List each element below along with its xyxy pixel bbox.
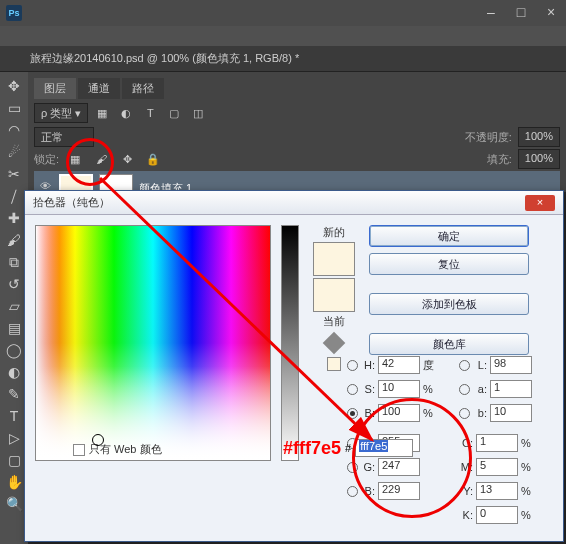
path-tool-icon[interactable]: ▷	[3, 428, 25, 448]
radio-g[interactable]	[347, 462, 358, 473]
opacity-label: 不透明度:	[465, 130, 512, 145]
color-lib-button[interactable]: 颜色库	[369, 333, 529, 355]
menubar	[0, 26, 566, 46]
lasso-tool-icon[interactable]: ◠	[3, 120, 25, 140]
lock-pos-icon[interactable]: ✥	[117, 149, 137, 169]
type-tool-icon[interactable]: T	[3, 406, 25, 426]
shape-tool-icon[interactable]: ▢	[3, 450, 25, 470]
s-input[interactable]: 10	[378, 380, 420, 398]
tab-channels[interactable]: 通道	[78, 78, 120, 99]
crop-tool-icon[interactable]: ✂	[3, 164, 25, 184]
filter-shape-icon[interactable]: ▢	[164, 103, 184, 123]
annotation-hex: #fff7e5	[283, 438, 341, 459]
webonly-checkbox[interactable]	[73, 444, 85, 456]
close-button[interactable]: ×	[536, 3, 566, 23]
app-titlebar: Ps – □ ×	[0, 0, 566, 26]
filter-type-icon[interactable]: T	[140, 103, 160, 123]
dialog-close-button[interactable]: ×	[525, 195, 555, 211]
filter-smart-icon[interactable]: ◫	[188, 103, 208, 123]
m-input[interactable]: 5	[476, 458, 518, 476]
l-input[interactable]: 98	[490, 356, 532, 374]
eraser-tool-icon[interactable]: ▱	[3, 296, 25, 316]
radio-lab-b[interactable]	[459, 408, 470, 419]
zoom-tool-icon[interactable]: 🔍	[3, 494, 25, 514]
app-icon: Ps	[6, 5, 22, 21]
ok-button[interactable]: 确定	[369, 225, 529, 247]
color-picker-dialog: 拾色器（纯色） × 新的 当前 确定 复位 添加到色板 颜色库 H:42度	[24, 190, 564, 542]
history-brush-icon[interactable]: ↺	[3, 274, 25, 294]
blend-mode-select[interactable]: 正常	[34, 127, 94, 147]
gamut-warning-icon[interactable]	[323, 332, 346, 355]
new-color-label: 新的	[309, 225, 359, 240]
color-field[interactable]	[35, 225, 271, 461]
document-tab[interactable]: 旅程边缘20140610.psd @ 100% (颜色填充 1, RGB/8) …	[0, 46, 566, 72]
minimize-button[interactable]: –	[476, 3, 506, 23]
opacity-input[interactable]: 100%	[518, 127, 560, 147]
radio-bb[interactable]	[347, 486, 358, 497]
lock-pixel-icon[interactable]: 🖌	[91, 149, 111, 169]
lock-all-icon[interactable]: 🔒	[143, 149, 163, 169]
radio-h[interactable]	[347, 360, 358, 371]
hand-tool-icon[interactable]: ✋	[3, 472, 25, 492]
dialog-title: 拾色器（纯色）	[33, 195, 110, 210]
layers-panel: 图层 通道 路径 ρ 类型 ▾ ▦ ◐ T ▢ ◫ 正常 不透明度: 100%	[28, 72, 566, 192]
dialog-titlebar[interactable]: 拾色器（纯色） ×	[25, 191, 563, 215]
websafe-swatch[interactable]	[327, 357, 341, 371]
filter-adjust-icon[interactable]: ◐	[116, 103, 136, 123]
radio-b[interactable]	[347, 408, 358, 419]
tab-layers[interactable]: 图层	[34, 78, 76, 99]
color-cursor[interactable]	[92, 434, 104, 446]
bv-input[interactable]: 100	[378, 404, 420, 422]
lock-label: 锁定:	[34, 152, 59, 167]
current-color-label: 当前	[309, 314, 359, 329]
fill-input[interactable]: 100%	[518, 149, 560, 169]
maximize-button[interactable]: □	[506, 3, 536, 23]
new-color-swatch	[313, 242, 355, 276]
marquee-tool-icon[interactable]: ▭	[3, 98, 25, 118]
wand-tool-icon[interactable]: ☄	[3, 142, 25, 162]
radio-a[interactable]	[459, 384, 470, 395]
y-input[interactable]: 13	[476, 482, 518, 500]
hex-input[interactable]: fff7e5	[355, 439, 413, 457]
fill-label: 填充:	[487, 152, 512, 167]
blur-tool-icon[interactable]: ◯	[3, 340, 25, 360]
layer-kind-select[interactable]: ρ 类型 ▾	[34, 103, 88, 123]
cancel-button[interactable]: 复位	[369, 253, 529, 275]
lab-b-input[interactable]: 10	[490, 404, 532, 422]
add-swatch-button[interactable]: 添加到色板	[369, 293, 529, 315]
gradient-tool-icon[interactable]: ▤	[3, 318, 25, 338]
stamp-tool-icon[interactable]: ⧉	[3, 252, 25, 272]
h-input[interactable]: 42	[378, 356, 420, 374]
move-tool-icon[interactable]: ✥	[3, 76, 25, 96]
a-input[interactable]: 1	[490, 380, 532, 398]
tab-paths[interactable]: 路径	[122, 78, 164, 99]
heal-tool-icon[interactable]: ✚	[3, 208, 25, 228]
filter-pixel-icon[interactable]: ▦	[92, 103, 112, 123]
current-color-swatch[interactable]	[313, 278, 355, 312]
c-input[interactable]: 1	[476, 434, 518, 452]
hue-slider[interactable]	[281, 225, 299, 461]
radio-s[interactable]	[347, 384, 358, 395]
dodge-tool-icon[interactable]: ◐	[3, 362, 25, 382]
lock-trans-icon[interactable]: ▦	[65, 149, 85, 169]
bb-input[interactable]: 229	[378, 482, 420, 500]
pen-tool-icon[interactable]: ✎	[3, 384, 25, 404]
hex-label: #	[345, 442, 351, 454]
radio-l[interactable]	[459, 360, 470, 371]
eyedropper-tool-icon[interactable]: ⧸	[3, 186, 25, 206]
g-input[interactable]: 247	[378, 458, 420, 476]
k-input[interactable]: 0	[476, 506, 518, 524]
brush-tool-icon[interactable]: 🖌	[3, 230, 25, 250]
